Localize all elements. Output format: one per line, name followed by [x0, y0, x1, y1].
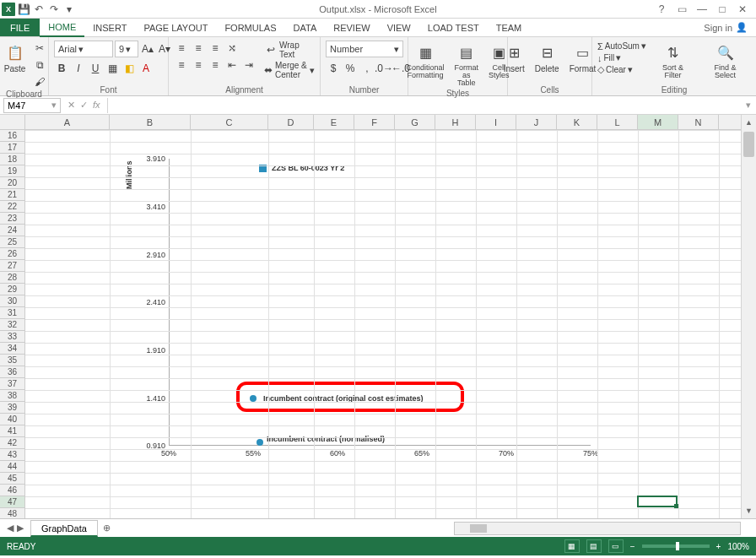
find-select-button[interactable]: 🔍Find & Select [699, 41, 751, 81]
worksheet-grid[interactable]: ABCDEFGHIJKLMN 1617181920212223242526272… [0, 115, 756, 518]
increase-font-icon[interactable]: A▴ [140, 41, 155, 57]
scroll-down-icon[interactable]: ▼ [742, 503, 756, 518]
qat-dropdown-icon[interactable]: ▾ [62, 3, 76, 16]
tab-home[interactable]: HOME [40, 19, 84, 37]
row-header[interactable]: 34 [0, 343, 24, 355]
bold-button[interactable]: B [54, 61, 69, 76]
row-header[interactable]: 23 [0, 213, 24, 225]
wrap-text-button[interactable]: ↩Wrap Text [263, 41, 315, 59]
row-header[interactable]: 44 [0, 461, 24, 473]
number-format-combo[interactable]: Number▾ [326, 41, 403, 57]
column-header[interactable]: J [516, 115, 557, 129]
row-header[interactable]: 24 [0, 225, 24, 236]
orientation-icon[interactable]: ⤭ [224, 41, 240, 56]
cells-area[interactable]: Millions 0.910 1.410 1.910 2.410 2.910 3… [25, 130, 741, 518]
tab-insert[interactable]: INSERT [84, 19, 135, 36]
scroll-thumb[interactable] [743, 132, 754, 157]
conditional-formatting-button[interactable]: ▦Conditional Formatting [402, 41, 447, 81]
paste-button[interactable]: 📋 Paste [1, 41, 30, 75]
tab-data[interactable]: DATA [285, 19, 326, 36]
vertical-scrollbar[interactable]: ▲ ▼ [741, 115, 756, 518]
close-icon[interactable]: ✕ [736, 3, 749, 15]
fx-icon[interactable]: fx [93, 100, 100, 111]
row-header[interactable]: 18 [0, 154, 24, 165]
increase-indent-icon[interactable]: ⇥ [241, 57, 256, 73]
delete-cells-button[interactable]: ⊟Delete [532, 41, 563, 75]
zoom-slider[interactable] [642, 544, 710, 548]
row-header[interactable]: 37 [0, 378, 24, 390]
percent-icon[interactable]: % [343, 61, 358, 76]
sheet-tab-graphdata[interactable]: GraphData [30, 520, 98, 537]
fill-button[interactable]: ↓Fill▾ [597, 52, 646, 63]
row-header[interactable]: 21 [0, 189, 24, 201]
column-header[interactable]: M [638, 115, 678, 129]
font-color-button[interactable]: A [138, 61, 154, 76]
column-headers[interactable]: ABCDEFGHIJKLMN [25, 115, 741, 130]
zoom-level[interactable]: 100% [727, 542, 749, 551]
underline-button[interactable]: U [88, 61, 103, 76]
save-icon[interactable]: 💾 [17, 3, 30, 16]
tab-load-test[interactable]: LOAD TEST [419, 19, 488, 36]
column-header[interactable]: B [110, 115, 191, 129]
increase-decimal-icon[interactable]: .0→ [376, 61, 392, 76]
row-header[interactable]: 42 [0, 437, 24, 449]
column-header[interactable]: D [268, 115, 314, 129]
tab-team[interactable]: TEAM [488, 19, 531, 36]
row-header[interactable]: 31 [0, 307, 24, 319]
row-header[interactable]: 17 [0, 142, 24, 154]
tab-formulas[interactable]: FORMULAS [216, 19, 284, 36]
font-size-combo[interactable]: 9▾ [115, 41, 138, 57]
tab-view[interactable]: VIEW [379, 19, 419, 36]
row-header[interactable]: 32 [0, 319, 24, 331]
accept-formula-icon[interactable]: ✓ [80, 100, 88, 111]
align-bottom-icon[interactable]: ≡ [208, 41, 223, 56]
row-header[interactable]: 46 [0, 485, 24, 496]
copy-icon[interactable]: ⧉ [32, 57, 47, 73]
comma-icon[interactable]: , [359, 61, 375, 76]
formula-input[interactable] [107, 98, 741, 113]
column-header[interactable]: N [678, 115, 719, 129]
column-header[interactable]: F [354, 115, 395, 129]
clear-button[interactable]: ◇Clear▾ [597, 64, 646, 75]
row-header[interactable]: 19 [0, 165, 24, 177]
row-header[interactable]: 35 [0, 355, 24, 366]
border-button[interactable]: ▦ [105, 61, 120, 76]
ribbon-options-icon[interactable]: ▭ [675, 3, 688, 15]
column-header[interactable]: I [476, 115, 516, 129]
column-header[interactable]: H [435, 115, 476, 129]
column-header[interactable]: C [191, 115, 268, 129]
align-center-icon[interactable]: ≡ [191, 57, 206, 73]
autosum-button[interactable]: ΣAutoSum▾ [597, 41, 646, 51]
minimize-icon[interactable]: ― [695, 3, 709, 15]
row-header[interactable]: 26 [0, 248, 24, 260]
undo-icon[interactable]: ↶ [32, 3, 46, 16]
cut-icon[interactable]: ✂ [32, 41, 47, 56]
fill-color-button[interactable]: ◧ [122, 61, 137, 76]
italic-button[interactable]: I [71, 61, 86, 76]
currency-icon[interactable]: $ [326, 61, 341, 76]
help-icon[interactable]: ? [655, 3, 668, 15]
add-sheet-button[interactable]: ⊕ [98, 523, 116, 534]
decrease-indent-icon[interactable]: ⇤ [224, 57, 240, 73]
row-header[interactable]: 30 [0, 295, 24, 307]
horizontal-scrollbar[interactable] [454, 522, 741, 535]
maximize-icon[interactable]: □ [716, 3, 729, 15]
tab-review[interactable]: REVIEW [325, 19, 378, 36]
align-top-icon[interactable]: ≡ [174, 41, 189, 56]
data-point-normalised[interactable] [256, 439, 263, 446]
row-header[interactable]: 48 [0, 508, 24, 518]
row-header[interactable]: 29 [0, 284, 24, 295]
merge-center-button[interactable]: ⬌Merge & Center▾ [263, 61, 315, 79]
font-family-combo[interactable]: Arial▾ [54, 41, 113, 57]
scroll-up-icon[interactable]: ▲ [742, 115, 756, 130]
insert-cells-button[interactable]: ⊞Insert [500, 41, 528, 75]
redo-icon[interactable]: ↷ [47, 3, 61, 16]
row-header[interactable]: 36 [0, 366, 24, 378]
row-header[interactable]: 33 [0, 331, 24, 343]
format-as-table-button[interactable]: ▤Format as Table [451, 41, 483, 89]
name-box[interactable]: M47▾ [3, 98, 61, 113]
row-header[interactable]: 28 [0, 272, 24, 284]
tab-page-layout[interactable]: PAGE LAYOUT [135, 19, 216, 36]
align-middle-icon[interactable]: ≡ [191, 41, 206, 56]
view-normal-button[interactable]: ▦ [564, 539, 580, 553]
